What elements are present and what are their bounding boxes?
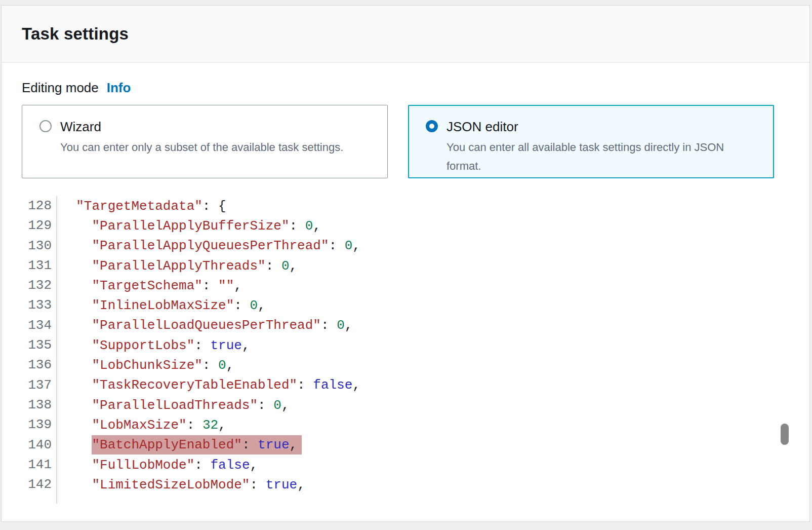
code-line[interactable]: 137 "TaskRecoveryTableEnabled": false, xyxy=(2,375,809,395)
panel-header: Task settings xyxy=(2,6,809,63)
code-line[interactable]: 132 "TargetSchema": "", xyxy=(2,276,809,295)
code-text: "InlineLobMaxSize": 0, xyxy=(57,298,266,313)
code-text: "TargetSchema": "", xyxy=(57,278,242,293)
code-line[interactable]: 141 "FullLobMode": false, xyxy=(2,455,809,475)
line-number: 136 xyxy=(2,355,57,375)
line-number: 140 xyxy=(2,435,57,455)
code-text: "ParallelLoadThreads": 0, xyxy=(57,398,290,413)
code-text: "LobMaxSize": 32, xyxy=(57,418,226,433)
tile-json-editor[interactable]: JSON editor You can enter all available … xyxy=(408,105,774,178)
code-text: "FullLobMode": false, xyxy=(57,458,258,473)
code-line[interactable]: 128 "TargetMetadata": { xyxy=(2,196,809,216)
code-line[interactable]: 131 "ParallelApplyThreads": 0, xyxy=(2,256,809,276)
line-number: 137 xyxy=(2,375,57,395)
tile-wizard-text: Wizard You can enter only a subset of th… xyxy=(60,119,343,178)
code-line[interactable]: 133 "InlineLobMaxSize": 0, xyxy=(2,295,809,315)
line-number: 141 xyxy=(2,455,57,475)
line-number: 135 xyxy=(2,335,57,355)
line-number: 142 xyxy=(2,475,57,495)
editing-mode-label: Editing mode xyxy=(22,80,99,96)
tile-wizard-label: Wizard xyxy=(60,119,343,135)
code-text: "LobChunkSize": 0, xyxy=(57,358,234,373)
code-text: "ParallelApplyQueuesPerThread": 0, xyxy=(57,238,360,253)
code-line[interactable] xyxy=(2,495,809,504)
json-code-editor[interactable]: 128 "TargetMetadata": {129 "ParallelAppl… xyxy=(2,196,809,504)
code-text: "ParallelApplyThreads": 0, xyxy=(57,258,297,274)
highlighted-code: "BatchApplyEnabled": true, xyxy=(92,435,302,455)
tile-json-editor-text: JSON editor You can enter all available … xyxy=(446,119,750,177)
code-line[interactable]: 142 "LimitedSizeLobMode": true, xyxy=(2,475,809,495)
line-number: 129 xyxy=(2,216,57,236)
code-line[interactable]: 130 "ParallelApplyQueuesPerThread": 0, xyxy=(2,236,809,256)
task-settings-panel: Task settings Editing mode Info Wizard Y… xyxy=(1,5,810,522)
line-number: 132 xyxy=(2,276,57,295)
code-text: "ParallelLoadQueuesPerThread": 0, xyxy=(57,318,352,333)
line-number: 133 xyxy=(2,295,57,315)
line-number: 131 xyxy=(2,256,57,276)
panel-title: Task settings xyxy=(22,24,129,44)
tile-wizard[interactable]: Wizard You can enter only a subset of th… xyxy=(22,105,388,178)
code-line[interactable]: 136 "LobChunkSize": 0, xyxy=(2,355,809,375)
code-text: "TargetMetadata": { xyxy=(57,199,226,214)
code-line[interactable]: 139 "LobMaxSize": 32, xyxy=(2,415,809,435)
line-number: 134 xyxy=(2,316,57,335)
code-text: "SupportLobs": true, xyxy=(57,338,250,353)
line-number: 139 xyxy=(2,415,57,435)
code-text: "ParallelApplyBufferSize": 0, xyxy=(57,218,321,234)
tile-json-editor-label: JSON editor xyxy=(446,119,750,135)
line-number: 130 xyxy=(2,236,57,256)
code-line[interactable]: 140 "BatchApplyEnabled": true, xyxy=(2,435,809,455)
code-line[interactable]: 129 "ParallelApplyBufferSize": 0, xyxy=(2,216,809,236)
info-link[interactable]: Info xyxy=(107,80,131,96)
editing-mode-tiles: Wizard You can enter only a subset of th… xyxy=(22,105,789,178)
scrollbar-thumb[interactable] xyxy=(781,424,789,445)
code-text: "BatchApplyEnabled": true, xyxy=(57,437,302,452)
code-line[interactable]: 135 "SupportLobs": true, xyxy=(2,335,809,355)
code-text: "TaskRecoveryTableEnabled": false, xyxy=(57,377,360,393)
editing-mode-row: Editing mode Info xyxy=(22,80,789,96)
code-line[interactable]: 134 "ParallelLoadQueuesPerThread": 0, xyxy=(2,316,809,335)
line-number xyxy=(2,495,57,504)
tile-json-editor-description: You can enter all available task setting… xyxy=(446,138,750,175)
tile-wizard-description: You can enter only a subset of the avail… xyxy=(60,138,343,157)
line-number: 128 xyxy=(2,196,57,216)
line-number: 138 xyxy=(2,395,57,415)
radio-wizard-icon[interactable] xyxy=(39,120,52,132)
radio-json-editor-icon[interactable] xyxy=(426,120,438,132)
code-line[interactable]: 138 "ParallelLoadThreads": 0, xyxy=(2,395,809,415)
code-text: "LimitedSizeLobMode": true, xyxy=(57,477,305,493)
